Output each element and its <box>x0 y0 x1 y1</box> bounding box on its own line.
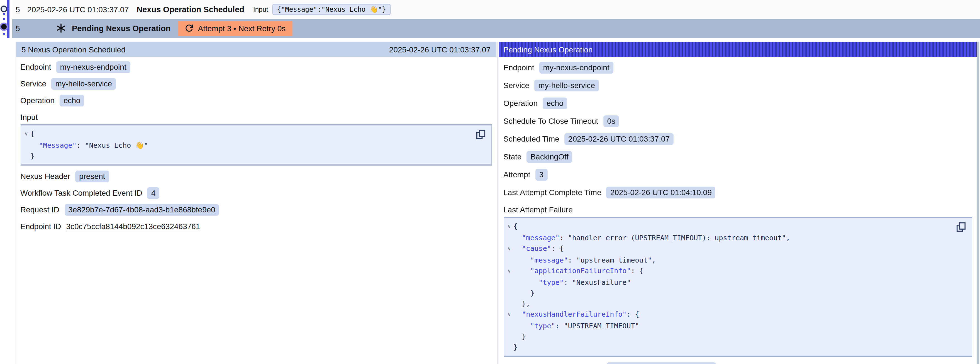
code-gutter <box>505 255 514 265</box>
field-label: Service <box>503 81 529 90</box>
field-row: Servicemy-hello-service <box>20 75 492 92</box>
code-gutter <box>505 277 514 287</box>
retry-badge-text: Attempt 3 • Next Retry 0s <box>198 24 286 33</box>
field-label: Attempt <box>503 170 530 179</box>
code-text: "type": "NexusFailure" <box>514 277 631 287</box>
field-label: Scheduled Time <box>503 134 559 143</box>
fold-chevron-icon[interactable]: ∨ <box>505 243 514 255</box>
copy-button[interactable] <box>476 129 485 140</box>
field-label: Service <box>20 79 46 88</box>
field-value-chip: 2025-02-26 UTC 01:04:13.93 <box>607 362 716 364</box>
field-row: StateBackingOff <box>503 148 972 166</box>
field-label: Operation <box>503 99 538 108</box>
field-label: Nexus Header <box>20 172 70 180</box>
code-line: ∨{ <box>505 221 953 232</box>
asterisk-icon <box>56 23 66 33</box>
input-json-block: ∨{ "Message": "Nexus Echo 👋"} <box>20 124 492 166</box>
retry-status-badge: Attempt 3 • Next Retry 0s <box>178 21 293 35</box>
code-line: ∨{ <box>22 128 472 140</box>
field-label: Schedule To Close Timeout <box>503 117 598 125</box>
field-value-chip: my-nexus-endpoint <box>56 61 130 73</box>
field-label: Operation <box>20 96 55 105</box>
event-history-view: 5 2025-02-26 UTC 01:03:37.07 Nexus Opera… <box>0 0 980 364</box>
field-label: Last Attempt Complete Time <box>503 188 601 197</box>
scheduled-panel-header: 5 Nexus Operation Scheduled 2025-02-26 U… <box>16 42 496 57</box>
event-id-link[interactable]: 5 <box>16 5 21 14</box>
event-id-link[interactable]: 5 <box>16 24 21 33</box>
field-value-chip: BackingOff <box>527 151 572 163</box>
field-value-chip: 0s <box>603 115 619 127</box>
retry-icon <box>185 24 194 32</box>
event-title: Nexus Operation Scheduled <box>137 5 244 14</box>
field-row: Workflow Task Completed Event ID4 <box>20 185 492 201</box>
failure-section-label: Last Attempt Failure <box>503 205 972 214</box>
code-gutter <box>505 321 514 331</box>
code-text: "type": "UPSTREAM_TIMEOUT" <box>514 321 639 331</box>
scrollbar[interactable] <box>977 42 979 364</box>
code-gutter <box>505 232 514 243</box>
code-text: "message": "upstream timeout", <box>514 255 656 265</box>
code-text: } <box>514 342 517 352</box>
event-row-pending-nexus-operation[interactable]: 5 Pending Nexus Operation Attempt 3 • Ne… <box>12 19 980 38</box>
code-line: "Message": "Nexus Echo 👋" <box>22 140 472 150</box>
field-value-chip: my-nexus-endpoint <box>539 62 613 73</box>
code-line: "message": "upstream timeout", <box>505 255 953 265</box>
code-line: "type": "UPSTREAM_TIMEOUT" <box>505 321 953 331</box>
field-row: Next Attempt Schedule Time2025-02-26 UTC… <box>503 359 972 364</box>
copy-button[interactable] <box>956 222 966 233</box>
field-row: Servicemy-hello-service <box>503 77 972 94</box>
code-text: "cause": { <box>514 243 564 255</box>
event-timestamp: 2025-02-26 UTC 01:03:37.07 <box>27 5 129 14</box>
fold-chevron-icon[interactable]: ∨ <box>505 265 514 277</box>
code-line: }, <box>505 298 953 309</box>
code-line: } <box>505 287 953 298</box>
field-value-chip: 3 <box>535 169 548 180</box>
pending-operation-panel: Pending Nexus Operation Endpointmy-nexus… <box>499 42 980 364</box>
code-line: } <box>505 342 953 352</box>
code-line: } <box>22 150 472 161</box>
timeline-dashed-line <box>3 8 5 38</box>
timeline-node-current-icon <box>1 24 7 30</box>
code-text: { <box>514 221 517 232</box>
field-value-chip: my-hello-service <box>51 78 116 89</box>
field-row: Schedule To Close Timeout0s <box>503 112 972 130</box>
field-label: Workflow Task Completed Event ID <box>20 188 142 197</box>
code-text: } <box>30 150 35 161</box>
failure-json-block: ∨{ "message": "handler error (UPSTREAM_T… <box>503 217 972 357</box>
code-line: "type": "NexusFailure" <box>505 277 953 287</box>
field-value-chip: echo <box>60 94 84 106</box>
code-text: "Message": "Nexus Echo 👋" <box>30 140 148 150</box>
copy-icon <box>956 222 966 233</box>
field-row: Endpointmy-nexus-endpoint <box>20 59 492 75</box>
field-label: Endpoint ID <box>20 222 61 231</box>
field-value-chip: 3e829b7e-7d67-4b08-aad3-b1e868bfe9e0 <box>64 204 219 216</box>
field-label: State <box>503 152 522 161</box>
fold-chevron-icon[interactable]: ∨ <box>505 221 514 232</box>
field-label: Request ID <box>20 205 59 214</box>
field-row: Operationecho <box>503 94 972 112</box>
code-line: ∨ "applicationFailureInfo": { <box>505 265 953 277</box>
code-line: ∨ "cause": { <box>505 243 953 255</box>
code-gutter <box>22 140 30 150</box>
code-gutter <box>505 287 514 298</box>
pending-panel-title: Pending Nexus Operation <box>503 45 593 54</box>
scheduled-panel-title: 5 Nexus Operation Scheduled <box>21 45 126 54</box>
code-gutter <box>505 298 514 309</box>
pending-panel-header: Pending Nexus Operation <box>499 42 977 57</box>
scheduled-event-panel: 5 Nexus Operation Scheduled 2025-02-26 U… <box>16 42 496 364</box>
field-value-link[interactable]: 3c0c75ccfa8144b092c13ce632463761 <box>66 222 200 231</box>
field-value-chip: 4 <box>147 187 160 199</box>
copy-icon <box>476 129 485 140</box>
fold-chevron-icon[interactable]: ∨ <box>22 128 30 140</box>
field-value-chip: 2025-02-26 UTC 01:03:37.07 <box>565 133 674 145</box>
field-value-chip: my-hello-service <box>534 80 599 91</box>
event-timeline <box>0 0 12 39</box>
event-detail-panels: 5 Nexus Operation Scheduled 2025-02-26 U… <box>15 42 980 364</box>
event-rows: 5 2025-02-26 UTC 01:03:37.07 Nexus Opera… <box>0 0 980 38</box>
event-row-nexus-operation-scheduled[interactable]: 5 2025-02-26 UTC 01:03:37.07 Nexus Opera… <box>12 0 980 19</box>
timeline-node-open-icon <box>0 6 7 12</box>
code-line: ∨ "nexusHandlerFailureInfo": { <box>505 309 953 321</box>
fold-chevron-icon[interactable]: ∨ <box>505 309 514 321</box>
field-row: Request ID3e829b7e-7d67-4b08-aad3-b1e868… <box>20 201 492 218</box>
event-input-preview-chip[interactable]: {"Message":"Nexus Echo 👋"} <box>272 4 390 15</box>
